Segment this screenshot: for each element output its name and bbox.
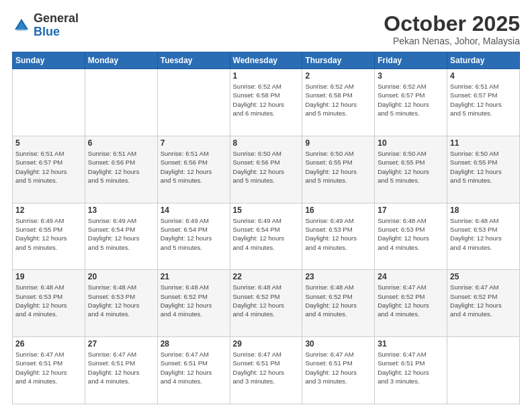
day-info: Sunrise: 6:48 AM Sunset: 6:52 PM Dayligh… [161,283,227,318]
day-info: Sunrise: 6:50 AM Sunset: 6:55 PM Dayligh… [378,149,444,185]
table-row: 19Sunrise: 6:48 AM Sunset: 6:53 PM Dayli… [13,270,85,337]
day-number: 20 [88,272,154,281]
day-number: 29 [233,339,300,349]
month-title: October 2025 [384,12,520,36]
weekday-header-row: Sunday Monday Tuesday Wednesday Thursday… [13,52,520,69]
day-info: Sunrise: 6:47 AM Sunset: 6:51 PM Dayligh… [378,350,444,385]
day-number: 25 [450,272,517,281]
day-info: Sunrise: 6:48 AM Sunset: 6:52 PM Dayligh… [305,283,371,318]
table-row: 21Sunrise: 6:48 AM Sunset: 6:52 PM Dayli… [157,270,230,337]
table-row: 31Sunrise: 6:47 AM Sunset: 6:51 PM Dayli… [375,337,447,404]
day-number: 10 [378,138,444,148]
table-row: 17Sunrise: 6:48 AM Sunset: 6:53 PM Dayli… [375,203,447,270]
logo-blue-text: Blue [34,26,79,39]
table-row [447,337,520,404]
day-info: Sunrise: 6:49 AM Sunset: 6:55 PM Dayligh… [15,216,82,252]
day-number: 24 [378,272,444,281]
day-number: 23 [305,272,371,281]
table-row: 18Sunrise: 6:48 AM Sunset: 6:53 PM Dayli… [447,203,520,270]
table-row: 28Sunrise: 6:47 AM Sunset: 6:51 PM Dayli… [157,337,230,404]
day-number: 16 [305,205,371,215]
table-row: 5Sunrise: 6:51 AM Sunset: 6:57 PM Daylig… [13,136,85,203]
logo-general-text: General [34,12,79,26]
day-number: 9 [305,138,371,148]
table-row: 29Sunrise: 6:47 AM Sunset: 6:51 PM Dayli… [230,337,302,404]
location-subtitle: Pekan Nenas, Johor, Malaysia [384,36,520,46]
table-row: 13Sunrise: 6:49 AM Sunset: 6:54 PM Dayli… [85,203,157,270]
day-number: 5 [15,138,82,148]
table-row: 26Sunrise: 6:47 AM Sunset: 6:51 PM Dayli… [13,337,85,404]
table-row: 25Sunrise: 6:47 AM Sunset: 6:52 PM Dayli… [447,270,520,337]
header-sunday: Sunday [13,52,85,69]
day-number: 31 [378,339,444,349]
day-info: Sunrise: 6:51 AM Sunset: 6:56 PM Dayligh… [88,149,154,185]
day-number: 21 [161,272,227,281]
header-friday: Friday [375,52,447,69]
day-info: Sunrise: 6:47 AM Sunset: 6:51 PM Dayligh… [161,350,227,385]
table-row: 10Sunrise: 6:50 AM Sunset: 6:55 PM Dayli… [375,136,447,203]
day-number: 17 [378,205,444,215]
header-tuesday: Tuesday [157,52,230,69]
table-row: 14Sunrise: 6:49 AM Sunset: 6:54 PM Dayli… [157,203,230,270]
day-number: 6 [88,138,154,148]
logo-icon [12,16,31,35]
calendar-table: Sunday Monday Tuesday Wednesday Thursday… [12,52,520,404]
table-row: 2Sunrise: 6:52 AM Sunset: 6:58 PM Daylig… [302,69,375,136]
header-wednesday: Wednesday [230,52,302,69]
day-info: Sunrise: 6:50 AM Sunset: 6:55 PM Dayligh… [450,149,517,185]
day-info: Sunrise: 6:47 AM Sunset: 6:51 PM Dayligh… [305,350,371,385]
table-row: 8Sunrise: 6:50 AM Sunset: 6:56 PM Daylig… [230,136,302,203]
table-row [157,69,230,136]
header: General Blue October 2025 Pekan Nenas, J… [12,12,520,46]
day-number: 28 [161,339,227,349]
day-info: Sunrise: 6:50 AM Sunset: 6:56 PM Dayligh… [233,149,300,185]
day-number: 7 [161,138,227,148]
day-number: 26 [15,339,82,349]
day-number: 12 [15,205,82,215]
day-info: Sunrise: 6:52 AM Sunset: 6:58 PM Dayligh… [305,82,371,118]
day-number: 30 [305,339,371,349]
calendar-week-row: 26Sunrise: 6:47 AM Sunset: 6:51 PM Dayli… [13,337,520,404]
day-info: Sunrise: 6:47 AM Sunset: 6:51 PM Dayligh… [15,350,82,385]
table-row: 15Sunrise: 6:49 AM Sunset: 6:54 PM Dayli… [230,203,302,270]
table-row: 22Sunrise: 6:48 AM Sunset: 6:52 PM Dayli… [230,270,302,337]
table-row: 7Sunrise: 6:51 AM Sunset: 6:56 PM Daylig… [157,136,230,203]
day-number: 19 [15,272,82,281]
day-number: 22 [233,272,300,281]
day-number: 14 [161,205,227,215]
table-row: 6Sunrise: 6:51 AM Sunset: 6:56 PM Daylig… [85,136,157,203]
day-number: 2 [305,71,371,81]
day-info: Sunrise: 6:50 AM Sunset: 6:55 PM Dayligh… [305,149,371,185]
table-row: 11Sunrise: 6:50 AM Sunset: 6:55 PM Dayli… [447,136,520,203]
day-info: Sunrise: 6:49 AM Sunset: 6:54 PM Dayligh… [88,216,154,252]
table-row: 24Sunrise: 6:47 AM Sunset: 6:52 PM Dayli… [375,270,447,337]
day-info: Sunrise: 6:51 AM Sunset: 6:57 PM Dayligh… [15,149,82,185]
header-saturday: Saturday [447,52,520,69]
table-row: 27Sunrise: 6:47 AM Sunset: 6:51 PM Dayli… [85,337,157,404]
day-info: Sunrise: 6:48 AM Sunset: 6:52 PM Dayligh… [233,283,300,318]
calendar-week-row: 1Sunrise: 6:52 AM Sunset: 6:58 PM Daylig… [13,69,520,136]
table-row: 20Sunrise: 6:48 AM Sunset: 6:53 PM Dayli… [85,270,157,337]
table-row: 3Sunrise: 6:52 AM Sunset: 6:57 PM Daylig… [375,69,447,136]
day-number: 27 [88,339,154,349]
table-row: 9Sunrise: 6:50 AM Sunset: 6:55 PM Daylig… [302,136,375,203]
page: General Blue October 2025 Pekan Nenas, J… [0,0,532,411]
day-info: Sunrise: 6:49 AM Sunset: 6:54 PM Dayligh… [233,216,300,252]
day-info: Sunrise: 6:47 AM Sunset: 6:51 PM Dayligh… [233,350,300,385]
day-info: Sunrise: 6:52 AM Sunset: 6:57 PM Dayligh… [378,82,444,118]
table-row: 12Sunrise: 6:49 AM Sunset: 6:55 PM Dayli… [13,203,85,270]
day-number: 1 [233,71,300,81]
calendar-week-row: 5Sunrise: 6:51 AM Sunset: 6:57 PM Daylig… [13,136,520,203]
calendar-week-row: 12Sunrise: 6:49 AM Sunset: 6:55 PM Dayli… [13,203,520,270]
header-monday: Monday [85,52,157,69]
day-number: 18 [450,205,517,215]
day-info: Sunrise: 6:48 AM Sunset: 6:53 PM Dayligh… [450,216,517,252]
day-info: Sunrise: 6:51 AM Sunset: 6:56 PM Dayligh… [161,149,227,185]
logo-text: General Blue [34,12,79,39]
table-row: 16Sunrise: 6:49 AM Sunset: 6:53 PM Dayli… [302,203,375,270]
day-number: 11 [450,138,517,148]
table-row: 1Sunrise: 6:52 AM Sunset: 6:58 PM Daylig… [230,69,302,136]
table-row [85,69,157,136]
title-area: October 2025 Pekan Nenas, Johor, Malaysi… [384,12,520,46]
day-info: Sunrise: 6:47 AM Sunset: 6:51 PM Dayligh… [88,350,154,385]
